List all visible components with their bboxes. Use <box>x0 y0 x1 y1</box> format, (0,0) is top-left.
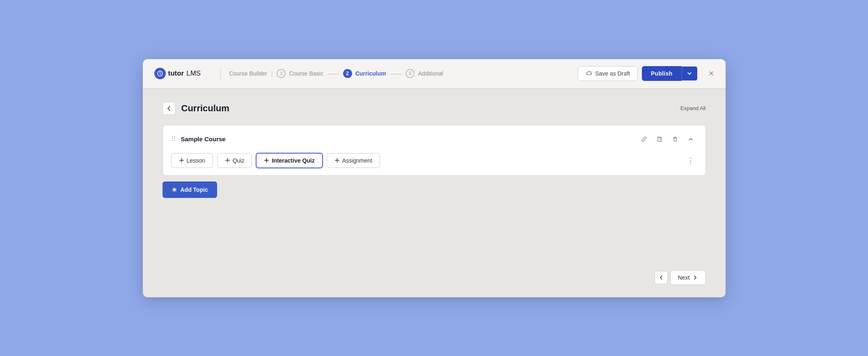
collapse-topic-button[interactable] <box>684 133 697 146</box>
step3-number: 3 <box>405 69 415 78</box>
breadcrumb-sep2: —— <box>328 70 339 77</box>
publish-button[interactable]: Publish <box>642 66 682 81</box>
edit-icon <box>641 136 647 142</box>
next-arrow-icon <box>692 275 698 280</box>
add-quiz-button[interactable]: Quiz <box>217 153 252 168</box>
topic-name: Sample Course <box>181 136 226 142</box>
add-topic-label: Add Topic <box>181 186 208 193</box>
logo-brand: tutor <box>168 69 184 78</box>
breadcrumb-step1: 1 Course Basic <box>277 69 323 78</box>
step1-label: Course Basic <box>289 70 323 77</box>
save-draft-button[interactable]: Save as Draft <box>578 66 638 81</box>
topic-header: ⠿ Sample Course <box>171 133 697 146</box>
copy-topic-button[interactable] <box>653 133 666 146</box>
header: tutor LMS Course Builder | 1 Course Basi… <box>143 59 726 89</box>
step3-label: Additional <box>418 70 443 77</box>
plus-icon <box>179 158 184 163</box>
add-topic-plus-icon <box>172 187 177 193</box>
add-topic-button[interactable]: Add Topic <box>163 181 217 198</box>
breadcrumb: Course Builder | 1 Course Basic —— 2 Cur… <box>229 69 578 78</box>
close-button[interactable]: × <box>709 69 714 78</box>
step1-number: 1 <box>277 69 286 78</box>
breadcrumb-step3: 3 Additional <box>405 69 443 78</box>
edit-topic-button[interactable] <box>637 133 650 146</box>
quiz-btn-label: Quiz <box>233 157 245 164</box>
breadcrumb-sep3: —— <box>390 70 401 77</box>
chevron-down-icon <box>687 71 692 76</box>
topic-card: ⠿ Sample Course <box>163 125 706 176</box>
chevron-up-icon <box>687 136 694 142</box>
prev-arrow-icon <box>658 275 664 280</box>
breadcrumb-sep1: | <box>271 70 273 77</box>
next-label: Next <box>678 274 690 281</box>
breadcrumb-builder: Course Builder <box>229 70 267 77</box>
logo-icon <box>154 68 166 79</box>
page-title: Curriculum <box>181 103 229 114</box>
plus-icon-iq <box>264 158 269 163</box>
drag-handle-icon[interactable]: ⠿ <box>171 135 176 143</box>
topic-actions <box>637 133 697 146</box>
main-content: Curriculum Expand All ⠿ Sample Course <box>143 89 726 270</box>
header-divider <box>220 68 221 79</box>
next-button[interactable]: Next <box>670 270 706 285</box>
add-interactive-quiz-button[interactable]: Interactive Quiz <box>256 153 322 168</box>
bottom-nav: Next <box>143 270 726 297</box>
save-draft-label: Save as Draft <box>595 70 630 77</box>
cloud-icon <box>586 70 592 77</box>
trash-icon <box>672 136 678 142</box>
prev-button[interactable] <box>655 271 668 284</box>
logo: tutor LMS <box>154 68 201 79</box>
lesson-btn-label: Lesson <box>187 157 205 164</box>
plus-icon-quiz <box>225 158 230 163</box>
add-lesson-button[interactable]: Lesson <box>171 153 213 168</box>
breadcrumb-step2: 2 Curriculum <box>343 69 386 78</box>
publish-group: Publish <box>642 66 697 81</box>
page-header: Curriculum Expand All <box>163 102 706 115</box>
plus-icon-assign <box>334 158 340 163</box>
back-button[interactable] <box>163 102 176 115</box>
add-assignment-button[interactable]: Assignment <box>327 153 380 168</box>
assignment-btn-label: Assignment <box>342 157 372 164</box>
header-actions: Save as Draft Publish × <box>578 66 714 81</box>
interactive-quiz-btn-label: Interactive Quiz <box>272 157 314 164</box>
more-options-button[interactable]: ⋮ <box>684 154 697 167</box>
step2-number: 2 <box>343 69 352 78</box>
lesson-buttons: Lesson Quiz Interactive Quiz <box>171 153 697 168</box>
expand-all-button[interactable]: Expand All <box>680 105 705 111</box>
svg-rect-1 <box>658 138 662 141</box>
page-header-left: Curriculum <box>163 102 229 115</box>
topic-header-left: ⠿ Sample Course <box>171 135 226 143</box>
more-dots-icon: ⋮ <box>687 156 695 165</box>
logo-lms: LMS <box>186 69 201 78</box>
back-arrow-icon <box>166 106 172 111</box>
step2-label: Curriculum <box>355 70 386 77</box>
modal-container: tutor LMS Course Builder | 1 Course Basi… <box>143 59 726 297</box>
copy-icon <box>656 136 663 142</box>
publish-chevron-button[interactable] <box>682 67 697 80</box>
delete-topic-button[interactable] <box>669 133 682 146</box>
